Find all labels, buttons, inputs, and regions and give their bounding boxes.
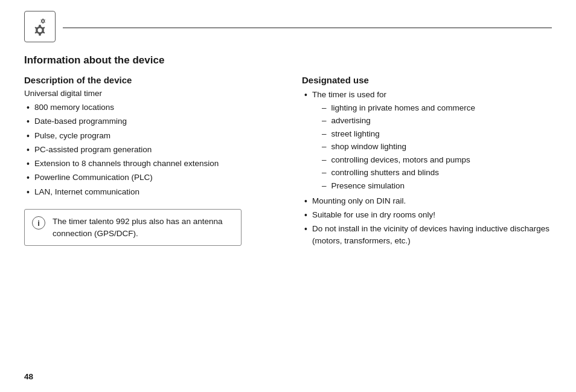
list-item: Powerline Communication (PLC) [24,172,278,184]
sub-list: lighting in private homes and commerce a… [312,102,475,192]
sub-list-item: controlling shutters and blinds [312,167,475,179]
right-section-heading: Designated use [302,75,552,85]
list-item: 800 memory locations [24,101,278,114]
list-item: The timer is used for lighting in privat… [302,89,552,193]
list-item: Mounting only on DIN rail. [302,195,552,207]
right-column: Designated use The timer is used for lig… [302,75,552,248]
info-box: i The timer talento 992 plus also has an… [24,209,242,246]
info-icon: i [32,216,45,230]
sub-list-item: Presence simulation [312,180,475,192]
device-intro: Universal digital timer [24,89,278,98]
page-number: 48 [24,372,33,381]
left-column: Description of the device Universal digi… [24,75,278,248]
sub-list-item: controlling devices, motors and pumps [312,154,475,166]
list-item: Pulse, cycle program [24,130,278,142]
right-bullet-list: The timer is used for lighting in privat… [302,89,552,246]
left-bullet-list: 800 memory locations Date-based programm… [24,101,278,198]
svg-point-1 [38,28,42,33]
gear-icon [24,11,56,42]
sub-list-item: street lighting [312,128,475,140]
page-title: Information about the device [24,54,552,66]
list-item: Do not install in the vicinity of device… [302,223,552,246]
list-item: Extension to 8 channels through channel … [24,158,278,170]
sub-list-item: shop window lighting [312,141,475,153]
left-section-heading: Description of the device [24,75,278,85]
content-columns: Description of the device Universal digi… [24,75,552,248]
header-line [63,27,552,28]
list-item: LAN, Internet communication [24,186,278,198]
svg-point-3 [42,21,44,22]
list-item: Date-based programming [24,115,278,127]
page-container: Information about the device Description… [0,0,576,392]
sub-list-item: advertising [312,115,475,127]
header [24,11,552,47]
info-text: The timer talento 992 plus also has an a… [53,216,234,239]
list-item: PC-assisted program generation [24,144,278,156]
list-item: Suitable for use in dry rooms only! [302,209,552,221]
sub-list-item: lighting in private homes and commerce [312,102,475,114]
